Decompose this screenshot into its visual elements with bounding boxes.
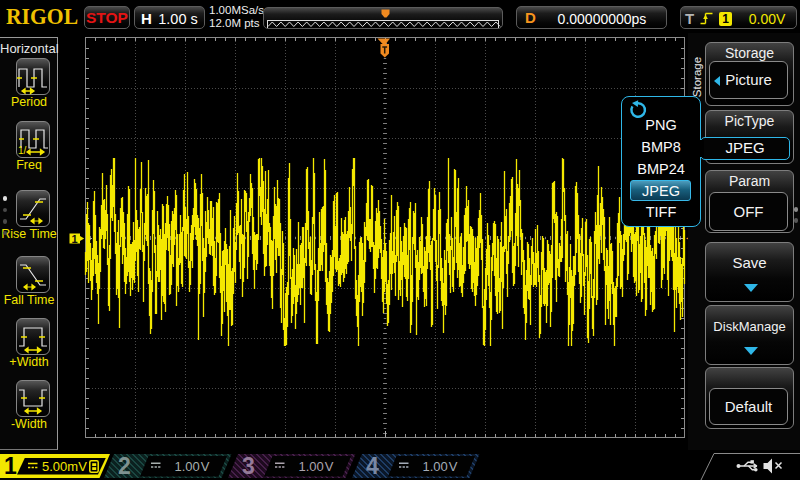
svg-text:1/: 1/ bbox=[18, 145, 27, 156]
svg-text:1: 1 bbox=[71, 233, 77, 245]
